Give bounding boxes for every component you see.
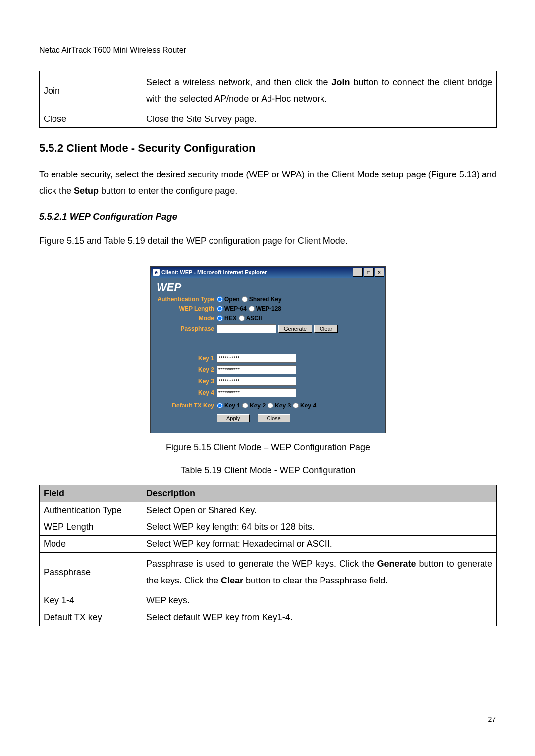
table-row: Mode Select WEP key format: Hexadecimal …: [40, 536, 497, 553]
th-field: Field: [40, 485, 142, 502]
section-paragraph: To enable security, select the desired s…: [39, 167, 497, 200]
key3-label: Key 3: [156, 378, 217, 385]
key4-input[interactable]: [217, 388, 296, 397]
mode-hex-radio[interactable]: HEX: [217, 315, 237, 322]
cell-desc: Close the Site Survey page.: [142, 111, 497, 127]
table-row: WEP Length Select WEP key length: 64 bit…: [40, 519, 497, 536]
close-pane-button[interactable]: Close: [258, 414, 290, 422]
key1-label: Key 1: [156, 355, 217, 362]
sub-heading: 5.5.2.1 WEP Configuration Page: [39, 211, 497, 222]
table-row: Key 1-4 WEP keys.: [40, 592, 497, 609]
mode-ascii-radio[interactable]: ASCII: [239, 315, 262, 322]
key1-input[interactable]: [217, 354, 296, 363]
cell-desc: Select Open or Shared Key.: [142, 502, 497, 519]
window-titlebar: e Client: WEP - Microsoft Internet Explo…: [151, 267, 385, 278]
cell-desc: Select a wireless network, and then clic…: [142, 71, 497, 111]
cell-desc: Passphrase is used to generate the WEP k…: [142, 553, 497, 592]
window-title: Client: WEP - Microsoft Internet Explore…: [161, 269, 353, 275]
auth-shared-radio[interactable]: Shared Key: [242, 296, 282, 303]
key4-label: Key 4: [156, 390, 217, 397]
figure-caption: Figure 5.15 Client Mode – WEP Configurat…: [39, 442, 497, 453]
cell-desc: Select WEP key format: Hexadecimal or AS…: [142, 536, 497, 553]
wep128-radio[interactable]: WEP-128: [249, 305, 281, 312]
auth-type-label: Authentication Type: [156, 296, 217, 303]
table-wep-config: Field Description Authentication Type Se…: [39, 485, 497, 626]
ie-icon: e: [153, 269, 160, 276]
th-description: Description: [142, 485, 497, 502]
passphrase-input[interactable]: [217, 324, 276, 333]
txkey3-radio[interactable]: Key 3: [268, 402, 291, 409]
maximize-button[interactable]: □: [364, 268, 374, 277]
key2-input[interactable]: [217, 365, 296, 374]
table-row: Close Close the Site Survey page.: [40, 111, 497, 127]
wep-length-label: WEP Length: [156, 306, 217, 313]
cell-field: Passphrase: [40, 553, 142, 592]
cell-field: Key 1-4: [40, 592, 142, 609]
table-row: Default TX key Select default WEP key fr…: [40, 609, 497, 626]
close-button[interactable]: ×: [374, 268, 384, 277]
table-row: Authentication Type Select Open or Share…: [40, 502, 497, 519]
cell-field: WEP Length: [40, 519, 142, 536]
table-row: Join Select a wireless network, and then…: [40, 71, 497, 111]
cell-field: Authentication Type: [40, 502, 142, 519]
key3-input[interactable]: [217, 377, 296, 386]
table-row: Passphrase Passphrase is used to generat…: [40, 553, 497, 592]
generate-button[interactable]: Generate: [278, 325, 312, 333]
key2-label: Key 2: [156, 367, 217, 374]
section-heading: 5.5.2 Client Mode - Security Configurati…: [39, 142, 497, 155]
panel-title: WEP: [157, 281, 380, 293]
cell-field: Mode: [40, 536, 142, 553]
mode-label: Mode: [156, 315, 217, 322]
txkey1-radio[interactable]: Key 1: [217, 402, 240, 409]
cell-field: Join: [40, 71, 142, 111]
figure-wep-window: e Client: WEP - Microsoft Internet Explo…: [150, 266, 386, 433]
auth-open-radio[interactable]: Open: [217, 296, 240, 303]
cell-field: Close: [40, 111, 142, 127]
table-join-close: Join Select a wireless network, and then…: [39, 71, 497, 128]
minimize-button[interactable]: _: [353, 268, 363, 277]
txkey-label: Default TX Key: [156, 403, 217, 409]
txkey4-radio[interactable]: Key 4: [293, 402, 316, 409]
cell-desc: Select WEP key length: 64 bits or 128 bi…: [142, 519, 497, 536]
apply-button[interactable]: Apply: [217, 414, 250, 422]
page-number: 27: [488, 715, 496, 723]
wep64-radio[interactable]: WEP-64: [217, 305, 247, 312]
clear-button[interactable]: Clear: [314, 325, 338, 333]
cell-desc: Select default WEP key from Key1-4.: [142, 609, 497, 626]
cell-field: Default TX key: [40, 609, 142, 626]
running-header: Netac AirTrack T600 Mini Wireless Router: [39, 46, 497, 57]
table2-caption: Table 5.19 Client Mode - WEP Configurati…: [39, 465, 497, 476]
txkey2-radio[interactable]: Key 2: [242, 402, 266, 409]
cell-desc: WEP keys.: [142, 592, 497, 609]
passphrase-label: Passphrase: [156, 326, 217, 333]
sub-paragraph: Figure 5.15 and Table 5.19 detail the WE…: [39, 233, 497, 249]
